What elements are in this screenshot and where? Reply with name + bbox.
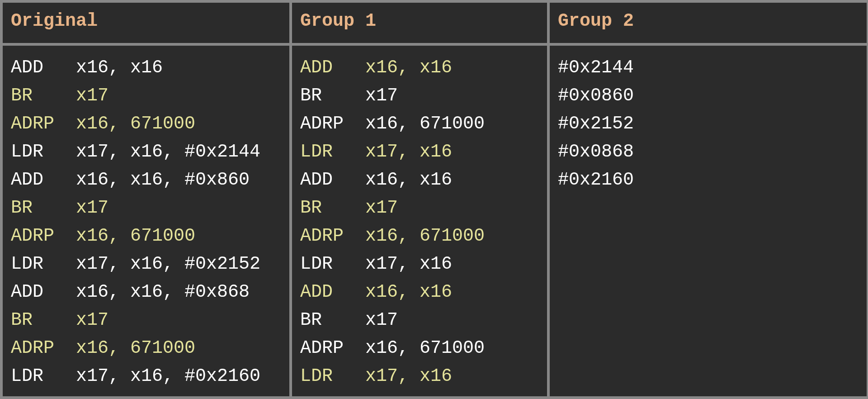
asm-opcode: BR bbox=[11, 306, 76, 334]
asm-args: x16, x16 bbox=[365, 278, 452, 306]
asm-opcode: LDR bbox=[300, 250, 365, 278]
asm-literal: #0x2152 bbox=[558, 110, 634, 138]
asm-opcode: ADD bbox=[300, 54, 365, 82]
asm-row: LDRx17, x16 bbox=[300, 250, 539, 278]
asm-args: x17, x16 bbox=[365, 362, 452, 390]
asm-row: ADDx16, x16 bbox=[11, 54, 281, 82]
col-header-original: Original bbox=[1, 1, 291, 44]
asm-opcode: LDR bbox=[300, 362, 365, 390]
asm-row: ADDx16, x16 bbox=[300, 166, 539, 194]
asm-opcode: ADRP bbox=[300, 334, 365, 362]
asm-opcode: BR bbox=[11, 194, 76, 222]
asm-literal: #0x0868 bbox=[558, 138, 634, 166]
asm-row: BRx17 bbox=[11, 82, 281, 110]
asm-args: x17, x16 bbox=[365, 250, 452, 278]
asm-args: x17 bbox=[76, 82, 108, 110]
asm-literal: #0x2144 bbox=[558, 54, 634, 82]
asm-opcode: LDR bbox=[300, 138, 365, 166]
asm-row: LDRx17, x16 bbox=[300, 362, 539, 390]
asm-row: LDRx17, x16 bbox=[300, 138, 539, 166]
asm-args: x16, 671000 bbox=[76, 110, 195, 138]
asm-row: ADRPx16, 671000 bbox=[11, 222, 281, 250]
asm-row: BRx17 bbox=[300, 194, 539, 222]
col-header-group2: Group 2 bbox=[548, 1, 868, 44]
asm-args: x16, x16 bbox=[365, 54, 452, 82]
asm-args: x16, 671000 bbox=[76, 334, 195, 362]
asm-args: x17 bbox=[365, 82, 398, 110]
asm-args: x16, x16, #0x860 bbox=[76, 166, 250, 194]
asm-row: #0x2160 bbox=[558, 166, 860, 194]
asm-row: ADDx16, x16 bbox=[300, 54, 539, 82]
asm-args: x17 bbox=[76, 194, 108, 222]
asm-opcode: ADD bbox=[11, 166, 76, 194]
asm-args: x17, x16, #0x2152 bbox=[76, 250, 260, 278]
asm-args: x16, 671000 bbox=[365, 110, 485, 138]
asm-args: x16, 671000 bbox=[365, 334, 485, 362]
col-body-group1: ADDx16, x16BRx17ADRPx16, 671000LDRx17, x… bbox=[291, 44, 548, 398]
asm-opcode: ADRP bbox=[11, 222, 76, 250]
asm-row: ADRPx16, 671000 bbox=[300, 334, 539, 362]
asm-args: x17, x16, #0x2144 bbox=[76, 138, 260, 166]
asm-opcode: ADD bbox=[300, 166, 365, 194]
col-body-original: ADDx16, x16BRx17ADRPx16, 671000LDRx17, x… bbox=[1, 44, 291, 398]
asm-opcode: BR bbox=[300, 194, 365, 222]
asm-opcode: LDR bbox=[11, 138, 76, 166]
asm-row: ADRPx16, 671000 bbox=[11, 334, 281, 362]
asm-row: ADDx16, x16 bbox=[300, 278, 539, 306]
asm-row: ADRPx16, 671000 bbox=[300, 222, 539, 250]
asm-opcode: LDR bbox=[11, 362, 76, 390]
col-header-group1: Group 1 bbox=[291, 1, 548, 44]
asm-row: ADRPx16, 671000 bbox=[300, 110, 539, 138]
asm-opcode: ADRP bbox=[300, 110, 365, 138]
asm-args: x16, x16 bbox=[365, 166, 452, 194]
asm-args: x16, x16, #0x868 bbox=[76, 278, 250, 306]
asm-row: BRx17 bbox=[300, 82, 539, 110]
asm-args: x16, x16 bbox=[76, 54, 163, 82]
asm-opcode: BR bbox=[11, 82, 76, 110]
asm-row: LDRx17, x16, #0x2144 bbox=[11, 138, 281, 166]
asm-row: ADDx16, x16, #0x860 bbox=[11, 166, 281, 194]
assembly-table: Original Group 1 Group 2 ADDx16, x16BRx1… bbox=[0, 0, 868, 399]
asm-row: ADRPx16, 671000 bbox=[11, 110, 281, 138]
asm-args: x16, 671000 bbox=[365, 222, 485, 250]
asm-row: #0x2144 bbox=[558, 54, 860, 82]
asm-args: x17 bbox=[365, 194, 398, 222]
asm-row: #0x0860 bbox=[558, 82, 860, 110]
asm-opcode: BR bbox=[300, 82, 365, 110]
asm-literal: #0x0860 bbox=[558, 82, 634, 110]
asm-args: x17, x16, #0x2160 bbox=[76, 362, 260, 390]
asm-row: LDRx17, x16, #0x2152 bbox=[11, 250, 281, 278]
asm-row: BRx17 bbox=[11, 306, 281, 334]
asm-row: #0x2152 bbox=[558, 110, 860, 138]
asm-row: BRx17 bbox=[300, 306, 539, 334]
asm-args: x17 bbox=[76, 306, 108, 334]
asm-args: x17, x16 bbox=[365, 138, 452, 166]
asm-row: LDRx17, x16, #0x2160 bbox=[11, 362, 281, 390]
asm-opcode: ADRP bbox=[11, 334, 76, 362]
asm-opcode: BR bbox=[300, 306, 365, 334]
asm-opcode: ADRP bbox=[11, 110, 76, 138]
asm-args: x17 bbox=[365, 306, 398, 334]
asm-opcode: ADD bbox=[300, 278, 365, 306]
asm-opcode: LDR bbox=[11, 250, 76, 278]
asm-args: x16, 671000 bbox=[76, 222, 195, 250]
asm-opcode: ADD bbox=[11, 54, 76, 82]
asm-opcode: ADRP bbox=[300, 222, 365, 250]
asm-row: #0x0868 bbox=[558, 138, 860, 166]
col-body-group2: #0x2144#0x0860#0x2152#0x0868#0x2160 bbox=[548, 44, 868, 398]
asm-row: BRx17 bbox=[11, 194, 281, 222]
asm-row: ADDx16, x16, #0x868 bbox=[11, 278, 281, 306]
asm-literal: #0x2160 bbox=[558, 166, 634, 194]
asm-opcode: ADD bbox=[11, 278, 76, 306]
